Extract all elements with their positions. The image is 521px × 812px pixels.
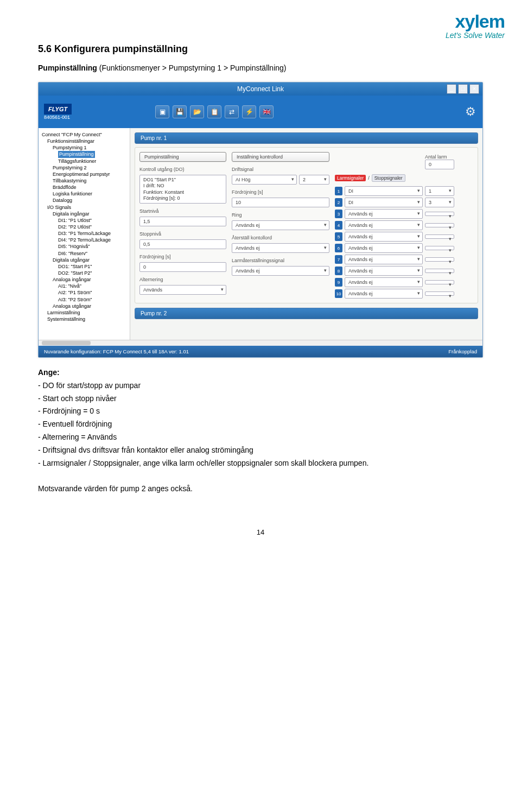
tree-item[interactable]: DI2: "P2 Utlöst"	[42, 224, 129, 230]
tree-item[interactable]: Tillbakastyrning	[42, 177, 129, 184]
stoppniva-input[interactable]: 0,5	[139, 239, 226, 249]
signal-num-dropdown[interactable]: 3	[425, 198, 454, 207]
tree-item[interactable]: Datalogg	[42, 197, 129, 204]
signal-type-dropdown[interactable]: Används ej	[345, 243, 423, 253]
maximize-button[interactable]: □	[458, 84, 468, 94]
tree-item[interactable]: Pumpstyrning 1	[42, 144, 129, 151]
toolbar-icons: ▣ 💾 📂 📋 ⇄ ⚡ 🇬🇧	[155, 105, 274, 118]
signal-type-dropdown[interactable]: DI	[345, 198, 423, 207]
signal-index: 6	[335, 244, 342, 252]
startniva-input[interactable]: 1,5	[139, 217, 226, 226]
signal-num-dropdown[interactable]	[425, 291, 454, 296]
pump1-header[interactable]: Pump nr. 1	[135, 132, 478, 144]
tree-item[interactable]: DO2: "Start P2"	[42, 270, 129, 276]
folder-icon[interactable]: 📂	[190, 105, 204, 118]
signal-type-dropdown[interactable]: Används ej	[345, 289, 423, 299]
gear-icon[interactable]: ⚙	[465, 105, 476, 119]
pump1-body: Pumpinställning Kontroll utgång (DO) DO1…	[135, 147, 478, 303]
tree-item[interactable]: DI5: "Högnivå"	[42, 243, 129, 250]
flygt-logo: FLYGT	[44, 104, 72, 115]
signal-num-dropdown[interactable]	[425, 246, 454, 250]
signal-row: 3Används ej	[335, 209, 454, 219]
delay1-label: Fördröjning [s]	[139, 254, 226, 259]
tree-item[interactable]: Digitala utgångar	[42, 257, 129, 263]
signal-row: 9Används ej	[335, 277, 454, 287]
ange-line: - Eventuell fördröjning	[38, 418, 483, 431]
tree-item[interactable]: DI3: "P1 Termo/Läckage	[42, 230, 129, 237]
signal-type-dropdown[interactable]: Används ej	[345, 209, 423, 219]
pump2-header[interactable]: Pump nr. 2	[135, 308, 478, 319]
signal-num-dropdown[interactable]: 1	[425, 186, 454, 196]
page-number: 14	[38, 528, 483, 536]
tree-item[interactable]: Funktionsinställningar	[42, 138, 129, 144]
do-readout[interactable]: DO1 "Start P1"I drift: NOFunktion: Konst…	[139, 175, 226, 204]
alternering-dropdown[interactable]: Används	[139, 285, 226, 295]
title-bar: MyConnect Link _ □ ×	[39, 83, 482, 96]
signal-type-dropdown[interactable]: Används ej	[345, 277, 423, 287]
minimize-button[interactable]: _	[447, 84, 456, 94]
signal-index: 9	[335, 278, 342, 287]
tree-item[interactable]: AI1: "Nivå"	[42, 283, 129, 289]
signal-row: 4Används ej	[335, 220, 454, 230]
tree-sidebar[interactable]: Connect "FCP My Connect"Funktionsinställ…	[39, 128, 130, 340]
driftsignal-num-dropdown[interactable]: 2	[299, 175, 329, 185]
pumpinstallning-button[interactable]: Pumpinställning	[139, 152, 226, 162]
tree-item[interactable]: Tilläggsfunktioner	[42, 158, 129, 164]
signal-type-dropdown[interactable]: Används ej	[345, 266, 423, 276]
restore-dropdown[interactable]: Används ej	[232, 243, 329, 253]
larmrestore-label: Larmåterställningssignal	[232, 258, 329, 263]
ring-dropdown[interactable]: Används ej	[232, 220, 329, 230]
signal-type-dropdown[interactable]: Används ej	[345, 255, 423, 264]
signal-num-dropdown[interactable]	[425, 269, 454, 273]
delay2-input[interactable]: 10	[232, 198, 329, 207]
tree-item[interactable]: AI3: "P2 Ström"	[42, 296, 129, 303]
antal-larm-input[interactable]: 0	[425, 160, 454, 169]
tree-item[interactable]: AI2: "P1 Ström"	[42, 289, 129, 296]
tree-item[interactable]: Larminställning	[42, 309, 129, 316]
tree-item[interactable]: DI4: "P2 Termo/Läckage	[42, 237, 129, 243]
signal-row: 6Används ej	[335, 243, 454, 253]
signal-type-dropdown[interactable]: Används ej	[345, 232, 423, 242]
signal-num-dropdown[interactable]	[425, 280, 454, 284]
compare-icon[interactable]: ⇄	[225, 105, 239, 118]
signal-type-dropdown[interactable]: DI	[345, 186, 423, 196]
horizontal-scrollbar[interactable]	[39, 340, 482, 346]
tree-item[interactable]: Analoga utgångar	[42, 303, 129, 309]
tree-item[interactable]: Systeminställning	[42, 316, 129, 322]
scroll-thumb[interactable]	[42, 341, 91, 345]
driftsignal-label: Driftsignal	[232, 167, 329, 172]
notes-icon[interactable]: 📋	[207, 105, 221, 118]
kontrollord-button[interactable]: Inställning kontrollord	[232, 152, 329, 162]
tree-item[interactable]: Pumpstyrning 2	[42, 164, 129, 171]
flag-icon[interactable]: 🇬🇧	[259, 105, 274, 118]
window-title: MyConnect Link	[237, 85, 284, 93]
close-button[interactable]: ×	[469, 84, 479, 94]
save-icon[interactable]: 💾	[173, 105, 187, 118]
tree-item[interactable]: Digitala ingångar	[42, 211, 129, 217]
signal-num-dropdown[interactable]	[425, 257, 454, 262]
signal-row: 8Används ej	[335, 266, 454, 276]
status-left: Nuvarande konfiguration: FCP My Connect …	[44, 348, 189, 354]
open-icon[interactable]: ▣	[155, 105, 169, 118]
larmrestore-dropdown[interactable]: Används ej	[232, 266, 329, 276]
tree-item[interactable]: DI6: "Reserv"	[42, 250, 129, 257]
tree-item[interactable]: Logiska funktioner	[42, 191, 129, 197]
subtitle-rest: (Funktionsmenyer > Pumpstyrning 1 > Pump…	[97, 64, 287, 72]
tree-item[interactable]: Pumpinställning	[42, 151, 129, 157]
ange-label: Ange:	[38, 368, 60, 377]
signal-type-dropdown[interactable]: Används ej	[345, 220, 423, 230]
tree-item[interactable]: I/O Signals	[42, 204, 129, 211]
tree-item[interactable]: Energioptimerad pumpstyr	[42, 171, 129, 177]
driftsignal-dropdown[interactable]: AI Hög	[232, 175, 297, 185]
tree-item[interactable]: DI1: "P1 Utlöst"	[42, 217, 129, 224]
tree-item[interactable]: Analoga ingångar	[42, 276, 129, 283]
delay1-input[interactable]: 0	[139, 262, 226, 272]
pump1-col3: Antal larm 0 Larmsignaler / Stoppsignale…	[335, 152, 454, 299]
tree-item[interactable]: Bräddflöde	[42, 184, 129, 191]
signal-num-dropdown[interactable]	[425, 223, 454, 227]
signal-num-dropdown[interactable]	[425, 234, 454, 239]
signal-num-dropdown[interactable]	[425, 212, 454, 216]
tree-item[interactable]: Connect "FCP My Connect"	[42, 131, 129, 138]
tree-item[interactable]: DO1: "Start P1"	[42, 263, 129, 270]
flash-icon[interactable]: ⚡	[242, 105, 256, 118]
